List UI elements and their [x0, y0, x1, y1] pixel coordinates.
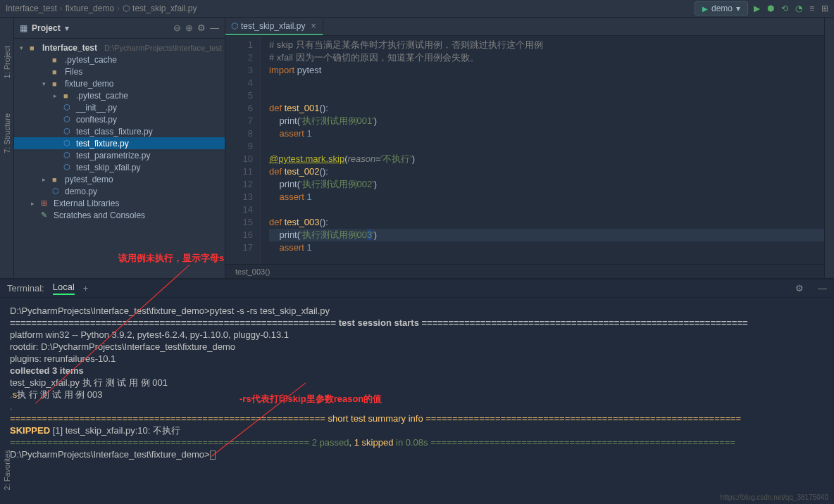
terminal-tab[interactable]: Local	[53, 282, 75, 295]
watermark: https://blog.csdn.net/qq_38175040	[721, 493, 828, 501]
tree-item[interactable]: ⬡conftest.py	[14, 113, 225, 125]
terminal-output[interactable]: D:\PycharmProjects\Interface_test\fixtur…	[0, 298, 834, 504]
main-split: 1: Project 7: Structure ▦ Project ▾ ⊖ ⊕ …	[0, 18, 834, 278]
code-line[interactable]: @pytest.mark.skip(reason='不执行')	[269, 153, 834, 165]
terminal-line: platform win32 -- Python 3.9.2, pytest-6…	[10, 329, 824, 341]
terminal-line: D:\PycharmProjects\Interface_test\fixtur…	[10, 448, 824, 460]
close-icon[interactable]: ×	[311, 21, 316, 31]
gear-icon[interactable]: ⚙	[197, 23, 206, 33]
tree-item[interactable]: ▸■.pytest_cache	[14, 89, 225, 101]
terminal-line: ========================================…	[10, 412, 824, 424]
tree-item[interactable]: ▸■pytest_demo	[14, 173, 225, 185]
collapse-icon[interactable]: ⊖	[173, 23, 181, 33]
gear-icon[interactable]: ⚙	[795, 283, 804, 294]
tree-item[interactable]: ⬡test_skip_xfail.py	[14, 161, 225, 173]
code-area[interactable]: 1234567891011121314151617 # skip 只有当满足某条…	[225, 36, 834, 264]
run-config-selector[interactable]: ▶ demo ▾	[695, 1, 748, 15]
hide-icon[interactable]: —	[818, 283, 827, 294]
line-gutter: 1234567891011121314151617	[225, 36, 261, 264]
code-line[interactable]: assert 1	[269, 241, 834, 254]
tree-item[interactable]: ⬡demo.py	[14, 185, 225, 197]
debug-icon[interactable]: ⬢	[767, 4, 774, 13]
tree-item[interactable]: ▸⊞External Libraries	[14, 197, 225, 209]
bc-sep: ›	[117, 4, 120, 13]
code-line[interactable]	[269, 89, 834, 102]
profile-icon[interactable]: ◔	[795, 4, 802, 13]
code-content[interactable]: # skip 只有当满足某条件时才执行测试用例，否则跳过执行这个用例# xfai…	[261, 36, 834, 264]
topbar: Interface_test › fixture_demo › ⬡ test_s…	[0, 0, 834, 18]
run-config-name: demo	[711, 4, 733, 13]
target-icon[interactable]: ⊕	[185, 23, 193, 33]
hide-icon[interactable]: —	[210, 23, 219, 33]
editor-tab[interactable]: ⬡ test_skip_xfail.py ×	[225, 18, 323, 35]
terminal-line: test_skip_xfail.py 执 行 测 试 用 例 001	[10, 377, 824, 389]
code-line[interactable]	[269, 203, 834, 216]
bc-2[interactable]: test_skip_xfail.py	[132, 4, 197, 13]
tree-item[interactable]: ⬡__init__.py	[14, 101, 225, 113]
terminal-line: ========================================…	[10, 436, 824, 448]
chevron-down-icon[interactable]: ▾	[65, 23, 69, 33]
terminal-line: .	[10, 401, 824, 412]
code-line[interactable]: import pytest	[269, 64, 834, 77]
tab-label: test_skip_xfail.py	[241, 21, 305, 31]
coverage-icon[interactable]: ⟲	[781, 4, 788, 13]
bc-1[interactable]: fixture_demo	[66, 4, 114, 13]
tree-item[interactable]: ⬡test_fixture.py	[14, 137, 225, 149]
editor-scrollbar[interactable]	[824, 18, 834, 278]
code-line[interactable]: print('执行测试用例003')	[269, 229, 834, 241]
project-icon: ▦	[20, 23, 27, 33]
editor-tabs: ⬡ test_skip_xfail.py ×	[225, 18, 834, 36]
python-icon: ⬡	[231, 21, 238, 31]
code-line[interactable]: # xfail 因为一个确切的原因，知道某个用例会失败。	[269, 51, 834, 64]
run-toolbar: ▶ ⬢ ⟲ ◔ ≡ ⊞	[754, 4, 828, 13]
code-line[interactable]: def test_003():	[269, 216, 834, 229]
code-line[interactable]: def test_002():	[269, 165, 834, 178]
terminal-line: D:\PycharmProjects\Interface_test\fixtur…	[10, 305, 824, 317]
terminal-title: Terminal:	[7, 283, 44, 294]
code-line[interactable]: print('执行测试用例001')	[269, 115, 834, 127]
python-icon: ⬡	[123, 4, 130, 13]
run-icon[interactable]: ▶	[754, 4, 760, 13]
editor: ⬡ test_skip_xfail.py × 12345678910111213…	[225, 18, 834, 278]
terminal-line: collected 3 items	[10, 365, 824, 377]
terminal-pane: Terminal: Local + ⚙ — D:\PycharmProjects…	[0, 278, 834, 504]
favorites-tool-tab[interactable]: 2: Favorites	[3, 450, 11, 490]
tree-item[interactable]: ✎Scratches and Consoles	[14, 209, 225, 221]
tree-item[interactable]: ⬡test_parametrize.py	[14, 149, 225, 161]
tree-item[interactable]: ⬡test_class_fixture.py	[14, 125, 225, 137]
sidebar-header: ▦ Project ▾ ⊖ ⊕ ⚙ —	[14, 18, 225, 39]
bc-0[interactable]: Interface_test	[6, 4, 57, 13]
terminal-line: rootdir: D:\PycharmProjects\Interface_te…	[10, 341, 824, 353]
code-line[interactable]: print('执行测试用例002')	[269, 178, 834, 191]
terminal-line: plugins: rerunfailures-10.1	[10, 353, 824, 365]
terminal-line: ========================================…	[10, 317, 824, 329]
terminal-line: SKIPPED [1] test_skip_xfail.py:10: 不执行	[10, 424, 824, 436]
code-line[interactable]: # skip 只有当满足某条件时才执行测试用例，否则跳过执行这个用例	[269, 39, 834, 51]
project-sidebar: ▦ Project ▾ ⊖ ⊕ ⚙ — ▾■Interface_testD:\P…	[14, 18, 225, 278]
tree-item[interactable]: ▾■fixture_demo	[14, 77, 225, 89]
breadcrumb: Interface_test › fixture_demo › ⬡ test_s…	[6, 4, 695, 13]
project-tree[interactable]: ▾■Interface_testD:\PycharmProjects\Inter…	[14, 39, 225, 278]
add-terminal-icon[interactable]: +	[83, 283, 89, 294]
tree-item[interactable]: ■.pytest_cache	[14, 53, 225, 65]
code-line[interactable]	[269, 77, 834, 89]
code-crumb: test_003()	[235, 267, 270, 276]
code-line[interactable]: assert 1	[269, 191, 834, 203]
code-breadcrumb[interactable]: test_003()	[225, 264, 834, 278]
project-tool-tab[interactable]: 1: Project	[3, 46, 11, 78]
bottom-tool-stripe: 2: Favorites	[0, 420, 14, 504]
terminal-line: .s执 行 测 试 用 例 003	[10, 389, 824, 401]
left-tool-stripe: 1: Project 7: Structure	[0, 18, 14, 278]
tree-item[interactable]: ■Files	[14, 65, 225, 77]
search-icon[interactable]: ⊞	[821, 4, 828, 13]
code-line[interactable]	[269, 140, 834, 153]
stop-icon[interactable]: ≡	[809, 4, 814, 13]
python-icon: ▶	[702, 5, 708, 13]
sidebar-title: Project	[32, 23, 61, 33]
structure-tool-tab[interactable]: 7: Structure	[3, 113, 11, 153]
code-line[interactable]: def test_001():	[269, 102, 834, 115]
code-line[interactable]: assert 1	[269, 127, 834, 140]
tree-root[interactable]: ▾■Interface_testD:\PycharmProjects\Inter…	[14, 42, 225, 53]
terminal-header: Terminal: Local + ⚙ —	[0, 279, 834, 298]
bc-sep: ›	[60, 4, 63, 13]
